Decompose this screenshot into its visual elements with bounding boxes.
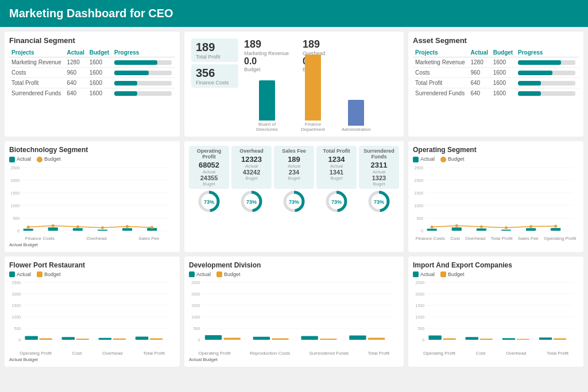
- svg-text:1500: 1500: [12, 304, 21, 308]
- svg-text:1000: 1000: [414, 204, 423, 208]
- svg-point-59: [480, 225, 483, 228]
- stat-col: Total Profit 1234 Actual 1341 Buget: [316, 146, 357, 189]
- asset-col-progress: Progress: [516, 48, 579, 57]
- svg-text:1500: 1500: [191, 304, 200, 308]
- svg-rect-122: [554, 339, 566, 340]
- donut-svg: 73%: [324, 189, 349, 214]
- svg-rect-99: [224, 338, 241, 340]
- svg-rect-77: [99, 338, 111, 340]
- svg-text:500: 500: [14, 327, 21, 331]
- donut-svg: 73%: [239, 189, 264, 214]
- svg-text:1000: 1000: [10, 204, 20, 208]
- svg-point-57: [431, 226, 434, 228]
- dev-subtitle: Actual Budget: [189, 357, 399, 362]
- asset-row: Surrendered Funds 640 1600: [413, 88, 579, 99]
- financial-segment-card: Financial Segment Projects Actual Budget…: [5, 32, 180, 137]
- development-card: Development Division Actual Budget 05001…: [184, 257, 404, 367]
- svg-text:0: 0: [18, 338, 21, 342]
- op-chart-svg: 05001000150020002500: [413, 165, 579, 234]
- revenue-number: 189: [244, 38, 289, 51]
- svg-text:2000: 2000: [416, 292, 425, 296]
- asset-row: Marketing Revenue 1280 1600: [413, 57, 579, 68]
- svg-rect-81: [113, 339, 126, 340]
- svg-text:0: 0: [17, 229, 20, 233]
- svg-rect-52: [452, 227, 462, 231]
- svg-rect-53: [477, 228, 486, 231]
- financial-title: Financial Segment: [9, 36, 175, 45]
- donut-svg: 73%: [281, 189, 307, 214]
- finance-costs-number: 356: [196, 67, 234, 80]
- svg-rect-51: [427, 228, 437, 231]
- center-bar-group: Finance Department: [296, 55, 330, 132]
- svg-text:2500: 2500: [414, 166, 423, 170]
- financial-row: Total Profit 640 1600: [9, 78, 175, 88]
- donut-wrapper: 73%: [359, 189, 399, 214]
- svg-point-62: [554, 224, 557, 227]
- donut-wrapper: 73%: [189, 189, 229, 214]
- svg-text:2000: 2000: [12, 292, 21, 296]
- svg-point-58: [455, 224, 458, 227]
- stats-row: Operating Profit 68052 Actual 24355 Buge…: [189, 146, 399, 189]
- ie-chart-svg: 05001000150020002500: [413, 280, 579, 348]
- svg-rect-119: [443, 339, 455, 340]
- svg-text:2500: 2500: [191, 281, 200, 285]
- biotechnology-card: Biotechnology Segment Actual Budget 0500…: [5, 141, 180, 252]
- svg-rect-75: [25, 336, 37, 340]
- svg-text:500: 500: [194, 327, 200, 331]
- op-legend: Actual Budget: [413, 156, 579, 162]
- svg-rect-54: [501, 230, 511, 231]
- total-profit-box: 189 Total Profit: [191, 38, 238, 62]
- asset-segment-card: Asset Segment Projects Actual Budget Pro…: [408, 32, 583, 137]
- svg-rect-115: [428, 336, 441, 340]
- col-projects: Projects: [9, 48, 64, 57]
- svg-rect-102: [368, 338, 385, 340]
- finance-costs-box: 356 Finance Costs: [191, 64, 238, 88]
- svg-text:73%: 73%: [289, 199, 299, 205]
- svg-text:73%: 73%: [204, 199, 214, 205]
- stat-col: Overhead 12323 Actual 43242 Buget: [231, 146, 272, 189]
- flower-subtitle: Actual Budget: [9, 357, 175, 362]
- center-bar-chart: Board of Directories Finance Department …: [244, 75, 399, 132]
- financial-table: Projects Actual Budget Progress Marketin…: [9, 48, 175, 98]
- donut-wrapper: 73%: [231, 189, 272, 214]
- svg-point-21: [101, 226, 104, 229]
- svg-text:2000: 2000: [414, 178, 423, 183]
- ie-legend: Actual Budget: [413, 271, 579, 278]
- svg-rect-80: [76, 339, 89, 340]
- flower-chart-svg: 05001000150020002500: [9, 280, 175, 348]
- svg-rect-12: [24, 228, 33, 231]
- svg-rect-14: [73, 228, 83, 230]
- page-title: Marketing Dashboard for CEO: [9, 7, 173, 20]
- svg-text:2000: 2000: [191, 292, 200, 296]
- bio-title: Biotechnology Segment: [9, 146, 175, 154]
- dev-legend: Actual Budget: [189, 271, 399, 278]
- total-profit-number: 189: [196, 41, 234, 54]
- overhead-number: 189: [303, 38, 326, 51]
- financial-row: Marketing Revenue 1280 1600: [9, 57, 175, 68]
- asset-table: Projects Actual Budget Progress Marketin…: [413, 48, 579, 98]
- col-actual: Actual: [64, 48, 87, 57]
- bottom-row: Flower Port Restaurant Actual Budget 050…: [5, 257, 583, 367]
- svg-rect-56: [551, 228, 560, 231]
- page-header: Marketing Dashboard for CEO: [0, 0, 588, 27]
- asset-row: Costs 960 1600: [413, 68, 579, 78]
- donut-wrapper: 73%: [316, 189, 357, 214]
- budget-number: 0.0: [244, 56, 289, 67]
- svg-point-18: [27, 226, 30, 228]
- flower-port-card: Flower Port Restaurant Actual Budget 050…: [5, 257, 180, 367]
- svg-text:0: 0: [422, 338, 424, 342]
- donut-wrapper: 73%: [274, 189, 314, 214]
- svg-text:0: 0: [198, 338, 200, 342]
- svg-text:500: 500: [416, 216, 423, 220]
- svg-text:1000: 1000: [12, 315, 21, 319]
- revenue-info: 189 Marketing Revenue 0.0 Budget: [244, 38, 289, 72]
- asset-col-actual: Actual: [468, 48, 490, 57]
- revenue-label: Marketing Revenue: [244, 51, 289, 56]
- flower-title: Flower Port Restaurant: [9, 261, 175, 269]
- svg-text:73%: 73%: [246, 199, 257, 205]
- svg-rect-101: [320, 339, 336, 340]
- svg-text:0: 0: [421, 229, 423, 233]
- svg-rect-121: [517, 339, 529, 340]
- center-stats-content: Operating Profit 68052 Actual 24355 Buge…: [189, 146, 399, 214]
- svg-text:500: 500: [417, 327, 424, 331]
